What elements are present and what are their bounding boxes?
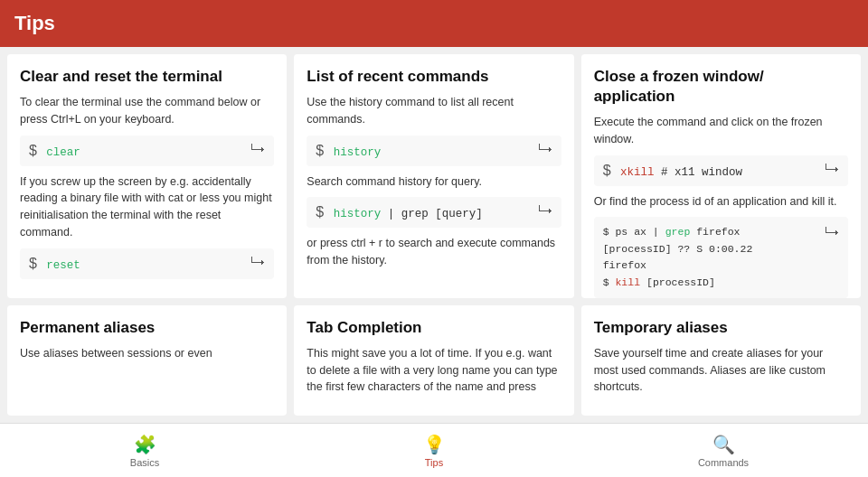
code-block-ps: $ ps ax | grep firefox [processID] ?? S … bbox=[594, 217, 848, 297]
card-tab-completion-title: Tab Completion bbox=[307, 318, 561, 338]
nav-item-basics[interactable]: 🧩 Basics bbox=[0, 424, 289, 477]
nav-label-tips: Tips bbox=[425, 457, 443, 468]
share-icon-history-grep[interactable]: ⮡ bbox=[538, 204, 552, 220]
card-close-text2: Or find the process id of an application… bbox=[594, 193, 848, 210]
code-block-xkill: $ xkill # x11 window ⮡ bbox=[594, 155, 848, 186]
nav-label-basics: Basics bbox=[130, 457, 159, 468]
code-prompt-xk: $ bbox=[603, 163, 611, 178]
card-clear-reset: Clear and reset the terminal To clear th… bbox=[7, 54, 287, 298]
card-recent-text2: Search command history for query. bbox=[307, 173, 561, 191]
code-prompt-h: $ bbox=[316, 143, 324, 158]
card-close-frozen: Close a frozen window/ application Execu… bbox=[581, 54, 861, 298]
card-temp-aliases: Temporary aliases Save yourself time and… bbox=[581, 305, 861, 416]
code-multi: $ ps ax | grep firefox [processID] ?? S … bbox=[603, 224, 753, 291]
code-block-history: $ history ⮡ bbox=[307, 136, 561, 166]
code-line-4: $ kill [processID] bbox=[603, 275, 753, 291]
card-clear-reset-title: Clear and reset the terminal bbox=[20, 67, 274, 87]
share-icon-ps[interactable]: ⮡ bbox=[825, 226, 839, 242]
bulb-icon: 💡 bbox=[423, 434, 446, 455]
main-content: Clear and reset the terminal To clear th… bbox=[0, 47, 868, 423]
code-history: history bbox=[334, 146, 382, 159]
code-line-2: [processID] ?? S 0:00.22 bbox=[603, 241, 753, 257]
bottom-nav: 🧩 Basics 💡 Tips 🔍 Commands bbox=[0, 423, 868, 477]
code-xkill: xkill # x11 window bbox=[620, 166, 742, 179]
card-tab-completion: Tab Completion This might save you a lot… bbox=[294, 305, 573, 416]
code-block-clear: $ clear ⮡ bbox=[20, 136, 274, 166]
code-prompt-reset: $ bbox=[29, 256, 37, 271]
search-icon: 🔍 bbox=[712, 434, 735, 455]
card-recent-commands-title: List of recent commands bbox=[307, 67, 561, 87]
code-clear: clear bbox=[46, 146, 80, 159]
card-recent-text1: Use the history command to list all rece… bbox=[307, 94, 561, 128]
share-icon-history[interactable]: ⮡ bbox=[538, 143, 552, 159]
code-history-grep: history | grep [query] bbox=[334, 208, 483, 220]
code-line-1: $ ps ax | grep firefox bbox=[603, 224, 753, 240]
cards-area: Clear and reset the terminal To clear th… bbox=[0, 47, 868, 423]
card-recent-commands: List of recent commands Use the history … bbox=[294, 54, 573, 298]
puzzle-icon: 🧩 bbox=[134, 434, 156, 455]
nav-item-tips[interactable]: 💡 Tips bbox=[289, 424, 579, 477]
code-block-reset: $ reset ⮡ bbox=[20, 248, 274, 279]
share-icon-clear[interactable]: ⮡ bbox=[250, 143, 265, 159]
header: Tips bbox=[0, 0, 868, 47]
card-permanent-aliases-title: Permanent aliases bbox=[20, 318, 274, 338]
code-reset: reset bbox=[46, 259, 80, 272]
share-icon-reset[interactable]: ⮡ bbox=[250, 256, 265, 272]
nav-item-commands[interactable]: 🔍 Commands bbox=[579, 424, 868, 477]
card-permanent-text1: Use aliases between sessions or even bbox=[20, 345, 274, 362]
card-temp-text1: Save yourself time and create aliases fo… bbox=[594, 345, 848, 396]
code-prompt: $ bbox=[29, 143, 37, 158]
code-block-history-grep: $ history | grep [query] ⮡ bbox=[307, 197, 561, 228]
card-close-frozen-title: Close a frozen window/ application bbox=[594, 67, 848, 107]
card-permanent-aliases: Permanent aliases Use aliases between se… bbox=[7, 305, 287, 416]
share-icon-xkill[interactable]: ⮡ bbox=[825, 163, 839, 179]
card-clear-reset-text2: If you screw up the screen by e.g. accid… bbox=[20, 173, 274, 241]
card-recent-text3: or press ctrl + r to search and execute … bbox=[307, 235, 561, 269]
card-clear-reset-text1: To clear the terminal use the command be… bbox=[20, 94, 274, 128]
nav-label-commands: Commands bbox=[698, 457, 749, 468]
code-line-3: firefox bbox=[603, 257, 753, 274]
card-tab-text1: This might save you a lot of time. If yo… bbox=[307, 345, 561, 396]
code-prompt-hg: $ bbox=[316, 204, 324, 220]
card-temp-aliases-title: Temporary aliases bbox=[594, 318, 848, 338]
card-close-text1: Execute the command and click on the fro… bbox=[594, 114, 848, 148]
header-title: Tips bbox=[14, 12, 55, 35]
